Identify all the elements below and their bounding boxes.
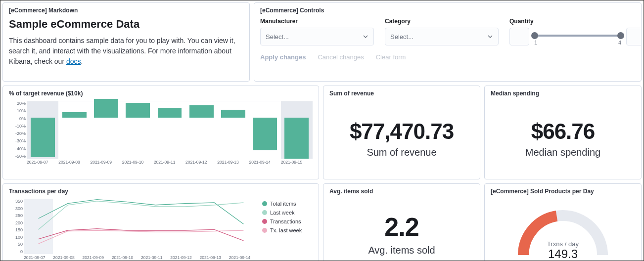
slider-thumb-min[interactable] — [531, 32, 538, 39]
line-chart[interactable]: 350300250200150100500 2021-09-072021-09-… — [24, 199, 258, 261]
avg-items-label: Avg. items sold — [368, 245, 435, 256]
apply-changes-button[interactable]: Apply changes — [260, 53, 306, 61]
docs-link[interactable]: docs — [66, 57, 81, 65]
slider-min-label: 1 — [534, 40, 537, 45]
quantity-slider[interactable]: 1 4 — [533, 28, 622, 45]
median-value: $66.76 — [531, 119, 595, 144]
panel-title: Median spending — [491, 90, 635, 97]
cancel-changes-button[interactable]: Cancel changes — [318, 53, 364, 61]
gauge-value: 149.3 — [548, 247, 578, 261]
manufacturer-label: Manufacturer — [260, 18, 374, 25]
category-label: Category — [385, 18, 499, 25]
bar-y-axis: 20%10%0%-10%-20%-30%-40%-50% — [9, 101, 26, 159]
panel-title: [eCommerce] Sold Products per Day — [491, 188, 635, 195]
quantity-group: Quantity 1 4 — [509, 18, 642, 45]
legend-total[interactable]: Total items — [262, 201, 313, 207]
gauge-svg: Trxns / day 149.3 — [508, 201, 617, 261]
panel-title: Sum of revenue — [329, 90, 474, 97]
panel-title: Transactions per day — [9, 188, 313, 195]
chevron-down-icon — [363, 34, 368, 40]
category-placeholder: Select... — [390, 33, 414, 41]
line-svg — [24, 199, 258, 254]
panel-title: [eCommerce] Markdown — [9, 7, 243, 14]
manufacturer-select[interactable]: Select... — [260, 28, 374, 45]
bars-region — [27, 101, 313, 159]
bar-x-axis: 2021-09-072021-09-082021-09-092021-09-10… — [27, 160, 313, 168]
avg-items-value: 2.2 — [384, 212, 418, 242]
target-revenue-panel: % of target revenue ($10k) 20%10%0%-10%-… — [2, 86, 319, 179]
transactions-panel: Transactions per day 3503002502001501005… — [2, 183, 319, 261]
bar-chart[interactable]: 20%10%0%-10%-20%-30%-40%-50% 2021-09-072… — [27, 101, 313, 168]
legend-tx-last[interactable]: Tx. last week — [262, 227, 313, 233]
controls-panel: [eCommerce] Controls Manufacturer Select… — [254, 2, 642, 82]
markdown-text: This dashboard contains sample data for … — [9, 37, 235, 65]
median-label: Median spending — [525, 147, 600, 158]
category-select[interactable]: Select... — [385, 28, 499, 45]
slider-thumb-max[interactable] — [617, 32, 624, 39]
line-legend: Total items Last week Transactions Tx. l… — [258, 199, 313, 261]
sum-revenue-panel: Sum of revenue $77,470.73 Sum of revenue — [323, 86, 480, 179]
sold-per-day-panel: [eCommerce] Sold Products per Day Trxns … — [484, 183, 642, 261]
gauge[interactable]: Trxns / day 149.3 — [491, 199, 635, 261]
panel-title: % of target revenue ($10k) — [9, 90, 313, 97]
clear-form-button[interactable]: Clear form — [376, 53, 406, 61]
sum-revenue-value: $77,470.73 — [350, 119, 454, 144]
quantity-max-input[interactable] — [626, 28, 642, 45]
quantity-label: Quantity — [509, 18, 642, 25]
slider-max-label: 4 — [618, 40, 621, 45]
markdown-body: This dashboard contains sample data for … — [9, 36, 243, 67]
legend-transactions[interactable]: Transactions — [262, 218, 313, 224]
markdown-heading: Sample eCommerce Data — [9, 18, 243, 31]
chevron-down-icon — [487, 34, 493, 40]
category-group: Category Select... — [385, 18, 499, 45]
manufacturer-group: Manufacturer Select... — [260, 18, 374, 45]
avg-items-panel: Avg. items sold 2.2 Avg. items sold — [323, 183, 480, 261]
manufacturer-placeholder: Select... — [266, 33, 289, 41]
gauge-label: Trxns / day — [547, 240, 579, 248]
line-y-axis: 350300250200150100500 — [10, 199, 23, 254]
median-spending-panel: Median spending $66.76 Median spending — [484, 86, 642, 179]
line-x-axis: 2021-09-072021-09-082021-09-092021-09-10… — [24, 255, 258, 261]
markdown-suffix: . — [81, 57, 83, 65]
sum-revenue-label: Sum of revenue — [367, 147, 436, 158]
legend-last-week[interactable]: Last week — [262, 210, 313, 216]
panel-title: Avg. items sold — [329, 188, 474, 195]
quantity-min-input[interactable] — [509, 28, 529, 45]
markdown-panel: [eCommerce] Markdown Sample eCommerce Da… — [2, 2, 250, 82]
panel-title: [eCommerce] Controls — [260, 7, 635, 14]
